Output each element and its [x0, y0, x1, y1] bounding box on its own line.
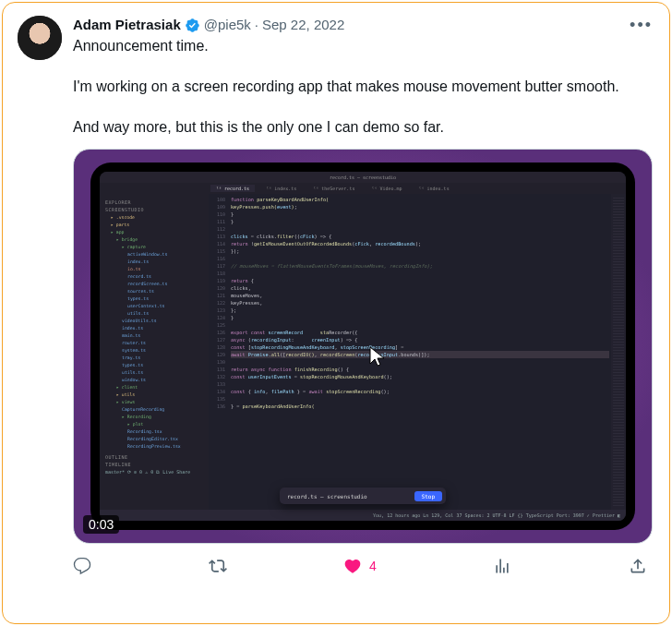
recording-pill: record.ts — screenstudio Stop [280, 488, 446, 504]
more-button[interactable]: ••• [626, 12, 656, 39]
editor-tab[interactable]: ᵗˢ index.ts [260, 185, 302, 192]
recording-pill-title: record.ts — screenstudio [287, 493, 367, 500]
editor-tab[interactable]: ᵗˢ theServer.ts [307, 185, 360, 192]
editor-screen: record.ts — screenstudio ᵗˢ record.tsᵗˢ … [100, 172, 626, 521]
tree-item[interactable]: ▸ views [105, 399, 203, 406]
tree-item[interactable]: ▸ app [105, 229, 203, 236]
tree-item[interactable]: index.ts [105, 259, 203, 266]
code-line: }; [231, 307, 609, 314]
tree-item[interactable]: ▸ Recording [105, 414, 203, 421]
code-line: keyPresses, [231, 299, 609, 307]
explorer-label: EXPLORER [105, 199, 203, 205]
reply-button[interactable] [73, 557, 91, 575]
code-line: } = parseKeyboardAndUserInfo( [231, 403, 609, 410]
video-timestamp: 0:03 [83, 515, 119, 534]
code-line [231, 321, 609, 329]
tweet-actions: 4 [73, 557, 654, 575]
code-line: }); [231, 247, 609, 255]
editor-tab[interactable]: ᵗˢ index.ts [414, 185, 455, 192]
code-line: return !getIsMouseEventOutOfRecordedBoun… [231, 240, 609, 247]
tweet-date[interactable]: Sep 22, 2022 [262, 16, 344, 34]
timeline-label: TIMELINE [105, 462, 203, 467]
tree-item[interactable]: userContext.ts [105, 303, 203, 310]
tree-item[interactable]: record.ts [105, 273, 203, 281]
views-button[interactable] [493, 557, 511, 575]
tree-item[interactable]: ▸ .vscode [105, 214, 203, 222]
outline-label: OUTLINE [105, 454, 203, 460]
tree-item[interactable]: io.ts [105, 266, 203, 273]
tree-item[interactable]: system.ts [105, 347, 203, 355]
avatar[interactable] [18, 16, 62, 60]
code-line: const { info, filePath } = await stopScr… [231, 388, 609, 395]
code-line: } [231, 211, 609, 218]
project-name: SCREENSTUDIO [105, 207, 203, 212]
code-line: async (recordingInput: creenInput) => { [231, 336, 609, 343]
tree-item[interactable]: router.ts [105, 340, 203, 347]
tree-item[interactable]: window.ts [105, 377, 203, 384]
like-count: 4 [369, 559, 377, 573]
tree-item[interactable]: CaptureRecording [105, 406, 203, 414]
tree-item[interactable]: ▸ bridge [105, 236, 203, 244]
tree-item[interactable]: ▸ capture [105, 244, 203, 251]
video-media[interactable]: record.ts — screenstudio ᵗˢ record.tsᵗˢ … [73, 149, 653, 544]
status-bar: You, 12 hours ago Ln 129, Col 37 Spaces:… [100, 510, 626, 521]
code-line [231, 358, 609, 366]
stop-button[interactable]: Stop [414, 491, 442, 501]
code-line: clicks = clicks.filter((cFick) => { [231, 233, 609, 240]
tree-item[interactable]: ▸ client [105, 384, 203, 391]
code-line: mouseMoves, [231, 292, 609, 299]
tree-item[interactable]: Recording.tsx [105, 428, 203, 436]
tree-item[interactable]: activeWindow.ts [105, 251, 203, 259]
code-line: keyPresses.push(event); [231, 203, 609, 211]
code-line: } [231, 314, 609, 321]
code-editor: 1081091101111121131141151161171181191201… [209, 194, 626, 510]
code-line [231, 225, 609, 233]
code-line: const userInputEvents = stopRecordingMou… [231, 373, 609, 380]
editor-tab[interactable]: ᵗˢ record.ts [210, 185, 255, 192]
code-line: return { [231, 277, 609, 284]
minimap [611, 194, 626, 510]
code-line [231, 380, 609, 388]
like-button[interactable]: 4 [343, 557, 377, 575]
code-line [231, 255, 609, 262]
author-handle[interactable]: @pie5k [204, 16, 251, 34]
editor-tabbar: ᵗˢ record.tsᵗˢ index.tsᵗˢ theServer.tsᵗˢ… [100, 183, 626, 194]
window-titlebar: record.ts — screenstudio [100, 172, 626, 183]
tweet-text: Announcement time. I'm working on a scre… [73, 36, 654, 138]
retweet-button[interactable] [209, 557, 227, 575]
tree-item[interactable]: types.ts [105, 362, 203, 369]
code-line: export const screenRecord staRecorder({ [231, 329, 609, 336]
branch-status: master* ⟳ ⊘ 0 ⚠ 0 ⧉ Live Share [105, 469, 203, 476]
tablet-frame: record.ts — screenstudio ᵗˢ record.tsᵗˢ … [90, 163, 635, 530]
status-right: You, 12 hours ago Ln 129, Col 37 Spaces:… [373, 512, 620, 518]
tree-item[interactable]: index.ts [105, 325, 203, 332]
cursor-icon [367, 345, 390, 374]
tree-item[interactable]: utils.ts [105, 310, 203, 318]
code-line [231, 395, 609, 403]
separator: · [255, 16, 258, 34]
tree-item[interactable]: main.ts [105, 332, 203, 340]
editor-tab[interactable]: ᵗˢ Video.mp [366, 185, 407, 192]
tree-item[interactable]: ▸ utils [105, 391, 203, 399]
tree-item[interactable]: types.ts [105, 295, 203, 303]
tree-item[interactable]: recordScreen.ts [105, 281, 203, 288]
code-line: clicks, [231, 284, 609, 292]
tree-item[interactable]: RecordingEditor.tsx [105, 436, 203, 443]
code-line: // mouseMoves = flattenMouseEventsToFram… [231, 262, 609, 270]
code-line: await Promise.all([recordIO(), recordScr… [231, 351, 609, 358]
tree-item[interactable]: tray.ts [105, 355, 203, 362]
tree-item[interactable]: RecordingPreview.tsx [105, 443, 203, 451]
code-line: function parseKeyBoardAndUserInfo( [231, 196, 609, 203]
tree-item[interactable]: ▸ plot [105, 421, 203, 428]
code-line: const [stopRecordingMouseAndKeyboard, st… [231, 343, 609, 351]
tree-item[interactable]: videoUtils.ts [105, 318, 203, 325]
tree-item[interactable]: utils.ts [105, 369, 203, 377]
code-line: } [231, 218, 609, 225]
tree-item[interactable]: sources.ts [105, 288, 203, 295]
code-line: return async function finishRecording() … [231, 366, 609, 373]
tree-item[interactable]: ▸ parts [105, 222, 203, 229]
explorer-sidebar: EXPLORER SCREENSTUDIO ▸ .vscode▸ parts▸ … [100, 194, 209, 510]
code-line [231, 270, 609, 277]
author-name[interactable]: Adam Pietrasiak [73, 16, 181, 34]
share-button[interactable] [629, 557, 647, 575]
